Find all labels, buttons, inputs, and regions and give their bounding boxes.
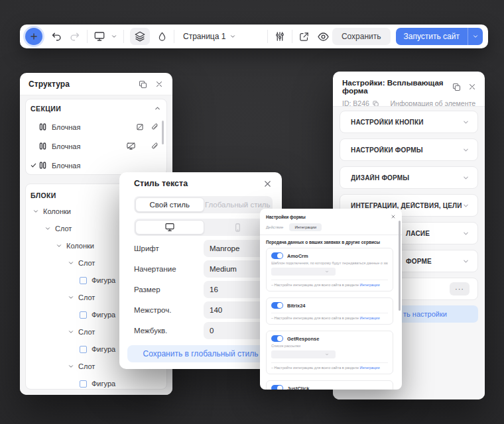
accordion-label: ДИЗАЙН ФОРМЫ — [351, 174, 462, 182]
field-label: Размер — [134, 286, 160, 293]
undo-icon[interactable] — [50, 30, 63, 43]
monitor-icon — [164, 222, 175, 233]
slashed-frame-icon[interactable] — [135, 123, 145, 132]
tree-item-label: Колонки — [66, 242, 94, 250]
chevron-down-icon — [68, 363, 74, 370]
section-row[interactable]: Блочная — [26, 117, 166, 136]
publish-dropdown-button[interactable] — [468, 28, 483, 45]
more-options-button[interactable]: ··· — [450, 282, 470, 295]
tab-own-style[interactable]: Свой стиль — [135, 197, 204, 212]
chevron-down-icon — [325, 270, 329, 274]
scrollbar[interactable] — [399, 221, 401, 311]
close-icon[interactable] — [155, 80, 164, 89]
external-link-icon[interactable] — [298, 31, 310, 42]
sliders-icon[interactable] — [274, 30, 286, 42]
columns-icon — [38, 161, 47, 170]
section-row-label: Блочная — [52, 123, 129, 131]
shape-icon — [80, 311, 87, 319]
copy-icon[interactable] — [138, 80, 148, 89]
publish-site-button[interactable]: Запустить сайт — [396, 28, 483, 45]
integration-note: – Настройте интеграцию для всего сайта в… — [271, 280, 388, 287]
tree-item-label: Фигура — [92, 276, 115, 284]
toggle-on[interactable] — [271, 302, 283, 309]
toggle-on[interactable] — [271, 335, 283, 342]
accordion-label-partial: ЛАСИЕ — [406, 230, 430, 237]
integration-note: – Настройте интеграцию для всего сайта в… — [271, 362, 388, 370]
accordion-form-design[interactable]: ДИЗАЙН ФОРМЫ — [340, 166, 478, 189]
chevron-down-icon — [462, 174, 470, 182]
integrations-heading: Передача данных о ваших заявках в другие… — [260, 235, 402, 248]
publish-button-label: Запустить сайт — [396, 28, 468, 45]
integration-select[interactable] — [271, 350, 336, 358]
tree-item-label: Слот — [55, 225, 72, 233]
letter-spacing-field-row: Межбукв. 0 px — [134, 322, 274, 339]
droplet-icon[interactable] — [157, 31, 168, 42]
section-row-label: Блочная — [52, 142, 120, 150]
page-selector[interactable]: Страница 1 — [183, 32, 236, 41]
integration-name: JustClick — [287, 386, 309, 390]
tab-integrations[interactable]: Интеграции — [289, 223, 322, 231]
save-button-label: Сохранить — [342, 32, 381, 41]
save-to-global-style-button[interactable]: Сохранить в глобальный стиль — [127, 345, 274, 362]
structure-panel-title: Структура — [29, 80, 131, 89]
layers-icon — [134, 30, 146, 42]
chevron-up-icon — [154, 105, 161, 112]
tree-item-label: Колонки — [43, 207, 71, 215]
tab-desktop[interactable] — [135, 220, 204, 235]
close-icon[interactable] — [391, 214, 396, 219]
toggle-on[interactable] — [271, 385, 283, 390]
section-row-label: Блочная — [52, 162, 160, 170]
eye-icon[interactable] — [317, 30, 330, 43]
device-switcher[interactable] — [94, 30, 117, 42]
columns-icon — [38, 142, 47, 150]
editor-canvas: Страница 1 Сохранить Запустить сайт — [0, 0, 504, 424]
divider — [123, 30, 124, 43]
add-block-button[interactable] — [25, 28, 42, 45]
paperclip-icon[interactable] — [151, 123, 160, 132]
redo-icon[interactable] — [68, 30, 81, 43]
toggle-on[interactable] — [271, 252, 283, 259]
structure-panel-header: Структура — [20, 73, 172, 95]
sections-header[interactable]: СЕКЦИИ — [26, 99, 166, 117]
slashed-monitor-icon[interactable] — [126, 141, 136, 151]
chevron-down-icon — [32, 208, 39, 215]
form-settings-popup: Настройки формы Действие Интеграции Пере… — [260, 209, 402, 390]
integration-select[interactable] — [271, 268, 336, 276]
accordion-form-settings[interactable]: НАСТРОЙКИ ФОРМЫ — [340, 138, 478, 161]
section-row[interactable]: Блочная — [26, 136, 166, 156]
integrations-link[interactable]: Интеграции — [360, 283, 380, 287]
accordion-button-settings[interactable]: НАСТРОЙКИ КНОПКИ — [340, 111, 478, 133]
integration-description: Шаблон подключения, по которому будут пе… — [271, 261, 388, 265]
integration-card-bitrix24: Bitrix24 – Настройте интеграцию для всег… — [266, 297, 393, 325]
tree-item-label: Фигура — [92, 345, 115, 353]
integrations-link[interactable]: Интеграции — [360, 366, 380, 370]
copy-icon[interactable] — [452, 82, 462, 92]
tree-item-label: Слот — [78, 362, 95, 370]
font-value: Manrope — [210, 244, 239, 252]
plus-icon — [29, 32, 38, 41]
chevron-down-icon — [325, 352, 329, 356]
integration-card-justclick: JustClick Список рассылки — [266, 380, 393, 390]
tree-item-label: Фигура — [92, 380, 115, 388]
size-value: 16 — [210, 286, 218, 293]
chevron-down-icon — [462, 119, 470, 126]
tab-actions[interactable]: Действие — [266, 225, 283, 229]
font-field-row: Шрифт Manrope — [134, 240, 274, 257]
close-icon[interactable] — [468, 82, 477, 91]
paperclip-icon[interactable] — [151, 142, 160, 151]
close-icon[interactable] — [263, 179, 273, 189]
integration-description: Список рассылки — [271, 344, 388, 348]
phone-icon — [233, 223, 243, 233]
layers-button[interactable] — [130, 28, 150, 45]
weight-field-row: Начертание Medium — [134, 260, 274, 278]
integrations-link[interactable]: Интеграции — [360, 316, 380, 320]
form-settings-title: Настройки формы — [266, 215, 391, 219]
top-toolbar: Страница 1 Сохранить Запустить сайт — [20, 25, 488, 48]
field-label: Межстроч. — [134, 306, 171, 314]
tree-item[interactable]: Фигура — [26, 375, 166, 392]
save-button[interactable]: Сохранить — [332, 28, 391, 45]
scrollbar[interactable] — [162, 121, 164, 144]
chevron-down-icon — [462, 146, 470, 154]
text-style-panel: Стиль текста Свой стиль Глобальный стиль… — [119, 172, 282, 369]
chevron-down-icon — [229, 33, 236, 40]
